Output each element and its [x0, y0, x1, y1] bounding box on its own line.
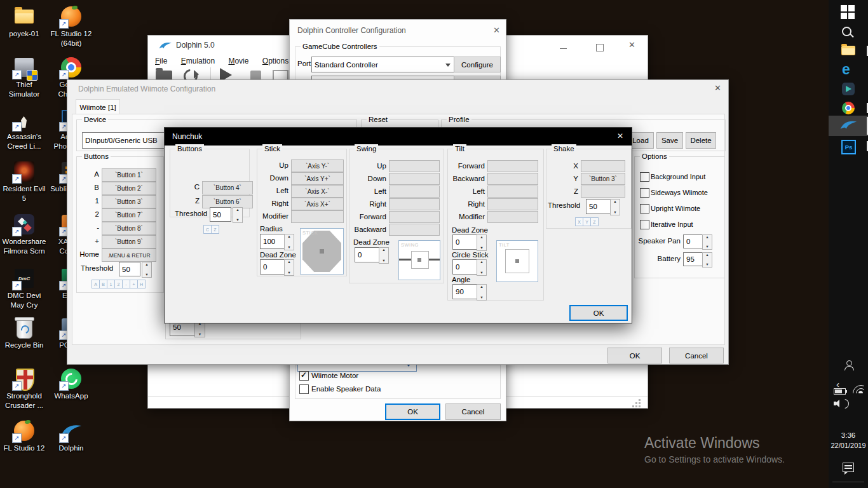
menu-emulation[interactable]: Emulation — [181, 57, 215, 65]
desktop-icon-whatsapp[interactable]: WhatsApp — [47, 367, 95, 401]
ok-button[interactable]: OK — [569, 305, 628, 321]
mapping-button-a[interactable]: `Button 1` — [102, 168, 156, 182]
mapping-button-b[interactable]: `Button 2` — [102, 182, 156, 195]
speaker-pan-spinner[interactable] — [702, 234, 712, 250]
taskbar-filmora[interactable] — [842, 83, 855, 95]
mini-button[interactable]: Z — [211, 225, 219, 234]
angle-input[interactable]: 90 — [452, 284, 478, 299]
close-icon[interactable] — [714, 83, 721, 93]
search-button[interactable] — [842, 27, 851, 36]
mapping-button-home[interactable]: .MENU & RETUR — [102, 248, 156, 262]
configure-button[interactable]: Configure — [454, 57, 501, 72]
swing-down-button[interactable] — [389, 173, 440, 185]
radius-spinner[interactable] — [284, 234, 294, 250]
threshold-spinner[interactable] — [610, 199, 620, 215]
start-button[interactable] — [841, 5, 855, 19]
desktop-icon-stronghold[interactable]: StrongholdCrusader ... — [0, 367, 48, 410]
action-center-button[interactable] — [843, 463, 854, 472]
tilt-right-button[interactable] — [487, 198, 538, 210]
minimize-icon[interactable] — [560, 48, 567, 49]
desktop-icon-thief-simulator[interactable]: ThiefSimulator — [0, 56, 48, 99]
desktop-icon-resident-evil-5[interactable]: Resident Evil5 — [0, 160, 48, 203]
upright-wiimote-checkbox[interactable] — [640, 204, 649, 214]
cancel-button[interactable]: Cancel — [445, 403, 501, 420]
deadzone-input[interactable]: 0 — [355, 247, 380, 262]
tab-wiimote-1[interactable]: Wiimote [1] — [76, 99, 120, 115]
cancel-button[interactable]: Cancel — [669, 348, 724, 363]
taskbar-edge[interactable]: e — [842, 62, 850, 77]
battery-spinner[interactable] — [702, 252, 712, 268]
menu-file[interactable]: File — [155, 57, 167, 65]
tilt-forward-button[interactable] — [487, 160, 538, 172]
swing-right-button[interactable] — [389, 198, 440, 210]
stick-up-button[interactable]: `Axis Y-` — [291, 159, 344, 172]
sideways-wiimote-checkbox[interactable] — [640, 188, 649, 198]
enable-speaker-checkbox[interactable] — [299, 384, 309, 394]
swing-left-button[interactable] — [389, 186, 440, 198]
circle-stick-input[interactable]: 0 — [452, 259, 478, 274]
taskbar-photoshop[interactable]: Ps — [841, 140, 856, 154]
tilt-backward-button[interactable] — [487, 173, 538, 185]
people-button[interactable] — [844, 360, 854, 370]
shake-z-button[interactable] — [581, 186, 625, 198]
desktop-icon-recycle-bin[interactable]: Recycle Bin — [0, 316, 48, 350]
deadzone-input[interactable]: 0 — [260, 259, 285, 274]
angle-spinner[interactable] — [477, 284, 487, 301]
deadzone-spinner[interactable] — [477, 234, 487, 251]
taskbar-dolphin-active[interactable] — [839, 119, 857, 132]
swing-backward-button[interactable] — [389, 224, 440, 236]
speaker-pan-input[interactable]: 0 — [683, 234, 705, 248]
mapping-button-minus[interactable]: `Button 8` — [102, 222, 156, 235]
mapping-button-plus[interactable]: `Button 9` — [102, 235, 156, 248]
desktop-icon-assassins-creed[interactable]: Assassin'sCreed Li... — [0, 108, 48, 151]
circle-stick-spinner[interactable] — [477, 259, 487, 276]
mapping-button-z[interactable]: `Button 6` — [202, 195, 253, 208]
stick-left-button[interactable]: `Axis X-` — [291, 185, 344, 198]
deadzone-input[interactable]: 0 — [452, 234, 478, 250]
profile-save-button[interactable]: Save — [656, 132, 683, 149]
menu-options[interactable]: Options — [262, 57, 288, 65]
resize-grip[interactable] — [639, 399, 641, 401]
ok-button[interactable]: OK — [385, 403, 440, 420]
mapping-button-2[interactable]: `Button 7` — [102, 208, 156, 222]
background-input-checkbox[interactable] — [640, 172, 649, 182]
tilt-modifier-button[interactable] — [487, 211, 538, 223]
battery-input[interactable]: 95 — [683, 252, 705, 266]
stick-down-button[interactable]: `Axis Y+` — [291, 172, 344, 185]
threshold-input[interactable]: 50 — [210, 207, 231, 222]
network-status[interactable] — [853, 385, 864, 393]
ok-button[interactable]: OK — [607, 348, 662, 363]
deadzone-spinner[interactable] — [284, 259, 294, 276]
port1-device-select[interactable]: Standard Controller — [311, 57, 455, 72]
desktop-icon-fl-studio-64[interactable]: FL Studio 12(64bit) — [47, 5, 95, 48]
taskbar-explorer[interactable] — [841, 46, 855, 55]
iterative-input-checkbox[interactable] — [640, 220, 649, 229]
clock-time[interactable]: 3:36 — [829, 431, 868, 439]
shake-x-button[interactable] — [581, 160, 625, 172]
desktop-icon-poyek-01[interactable]: poyek-01 — [0, 5, 48, 39]
mapping-button-1[interactable]: `Button 3` — [102, 195, 156, 208]
threshold-spinner[interactable] — [142, 262, 152, 278]
stick-modifier-button[interactable] — [291, 210, 344, 223]
mini-button[interactable]: Z — [590, 217, 599, 226]
battery-status[interactable] — [834, 388, 846, 395]
swing-forward-button[interactable] — [389, 211, 440, 223]
mapping-button-c[interactable]: `Button 4` — [202, 181, 253, 194]
close-icon[interactable] — [617, 132, 623, 140]
menu-movie[interactable]: Movie — [228, 57, 248, 65]
threshold-spinner[interactable] — [233, 207, 243, 223]
clock-date[interactable]: 22/01/2019 — [829, 442, 868, 449]
tilt-left-button[interactable] — [487, 186, 538, 198]
desktop-icon-dmc[interactable]: DMC DeviMay Cry — [0, 267, 48, 310]
desktop-icon-filmora-scrn[interactable]: WondershareFilmora Scrn — [0, 213, 48, 256]
desktop-icon-dolphin[interactable]: Dolphin — [47, 419, 95, 453]
desktop-icon-fl-studio[interactable]: FL Studio 12 — [0, 419, 48, 453]
deadzone-spinner[interactable] — [379, 247, 389, 264]
wiimote-motor-checkbox[interactable] — [299, 371, 309, 381]
threshold-input[interactable]: 50 — [119, 262, 140, 276]
swing-up-button[interactable] — [389, 160, 440, 172]
threshold-input[interactable]: 50 — [586, 199, 611, 214]
close-icon[interactable] — [493, 25, 500, 35]
maximize-icon[interactable] — [596, 44, 604, 51]
shake-y-button[interactable]: `Button 3` — [581, 173, 625, 185]
